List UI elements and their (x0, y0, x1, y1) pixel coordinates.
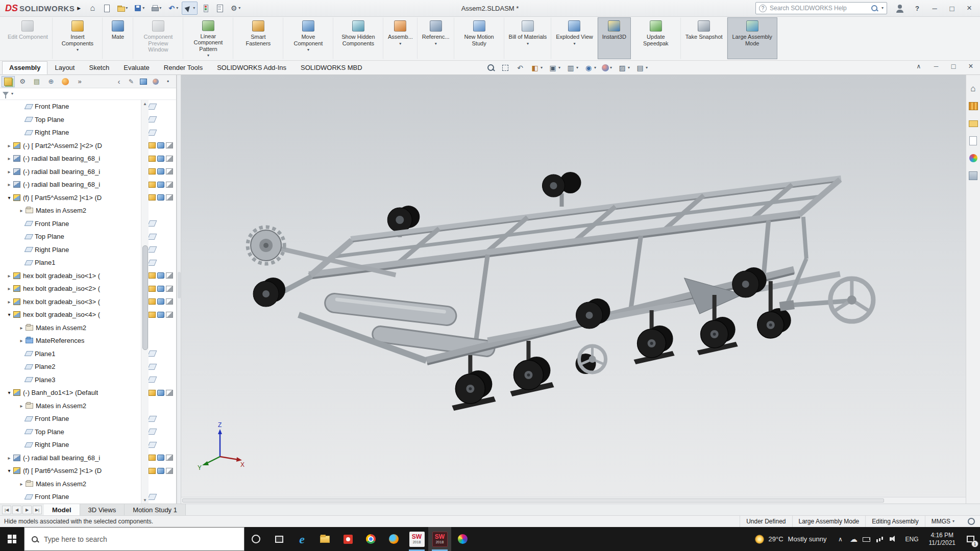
tree-row-label-zone[interactable]: Front Plane (0, 103, 141, 110)
display-mode-icon[interactable] (149, 286, 156, 292)
feature-manager-tab[interactable] (59, 76, 72, 87)
display-mode-icon[interactable] (149, 142, 156, 148)
tree-row[interactable]: hex bolt gradeab_iso<4> ( (0, 308, 176, 321)
display-mode-icon[interactable] (149, 272, 156, 279)
document-window-control[interactable] (967, 62, 975, 70)
tree-row[interactable]: Plane3 (0, 373, 176, 387)
command-manager-tab[interactable]: SOLIDWORKS Add-Ins (210, 61, 293, 74)
tree-row-label-zone[interactable]: (-) radial ball bearing_68_i (0, 168, 141, 176)
quick-access-button[interactable]: ▾ (100, 2, 113, 15)
display-pane-cell[interactable] (149, 286, 176, 292)
appearance-icon[interactable] (166, 455, 173, 461)
visibility-icon[interactable] (157, 142, 164, 148)
display-pane-cell[interactable] (149, 377, 176, 383)
heads-up-caret-icon[interactable]: ▾ (541, 66, 543, 70)
tree-row[interactable]: Plane2 (0, 360, 176, 373)
feature-manager-tab[interactable] (30, 76, 43, 87)
tree-row-label-zone[interactable]: Right Plane (0, 129, 141, 136)
dropdown-caret-icon[interactable]: ▾ (238, 6, 240, 10)
tree-row[interactable]: hex bolt gradeab_iso<1> ( (0, 269, 176, 283)
display-pane-cell[interactable] (149, 260, 176, 266)
tree-row-label-zone[interactable]: (f) [ Part5^Assem2 ]<1> (D (0, 194, 141, 202)
heads-up-tool-button[interactable]: ▾ (601, 62, 613, 74)
view-tab[interactable]: Motion Study 1 (125, 504, 186, 515)
visibility-icon[interactable] (157, 390, 164, 396)
tree-row[interactable]: (-) radial ball bearing_68_i (0, 165, 176, 179)
taskbar-app-button[interactable]: SW 2018 (405, 527, 428, 551)
appearance-icon[interactable] (166, 298, 173, 305)
tab-nav-button[interactable] (22, 506, 32, 514)
task-pane-icon[interactable] (968, 135, 979, 146)
taskbar-app-button[interactable] (382, 527, 405, 551)
feature-manager-tab[interactable] (44, 76, 58, 87)
hidden-icons-chevron-icon[interactable] (834, 527, 847, 551)
display-mode-icon[interactable] (148, 364, 157, 370)
ribbon-button[interactable]: Mate ▾ (103, 17, 133, 59)
network-icon[interactable] (873, 527, 887, 551)
expand-arrow-icon[interactable] (17, 338, 26, 343)
display-pane-cell[interactable] (149, 272, 176, 279)
tree-row[interactable]: Mates in Assem2 (0, 204, 176, 217)
display-mode-icon[interactable] (148, 377, 157, 383)
tree-row-label-zone[interactable]: (f) [ Part6^Assem2 ]<1> (D (0, 467, 141, 474)
battery-icon[interactable] (860, 527, 873, 551)
tree-row-label-zone[interactable]: Top Plane (0, 428, 141, 436)
display-pane-cell[interactable] (149, 104, 176, 110)
display-pane-cell[interactable] (149, 156, 176, 162)
display-pane-cell[interactable] (149, 298, 176, 305)
tree-row-label-zone[interactable]: Top Plane (0, 116, 141, 123)
visibility-icon[interactable] (157, 182, 164, 188)
appearance-icon[interactable] (166, 312, 173, 318)
tree-row[interactable]: (f) [ Part5^Assem2 ]<1> (D (0, 191, 176, 205)
weather-widget[interactable]: 29°C Mostly sunny (748, 535, 834, 544)
expand-arrow-icon[interactable] (5, 312, 13, 317)
tree-row-label-zone[interactable]: (-) [ Part2^Assem2 ]<2> (D (0, 142, 141, 149)
display-pane-header-icon[interactable] (151, 77, 160, 86)
task-pane-icon[interactable] (968, 118, 979, 129)
window-control-button[interactable] (965, 4, 974, 13)
display-pane-header-icon[interactable] (139, 77, 148, 86)
assembly-model-3d[interactable] (181, 75, 966, 497)
tree-row-label-zone[interactable]: Front Plane (0, 220, 141, 228)
task-pane-icon[interactable] (968, 153, 979, 164)
display-mode-icon[interactable] (148, 260, 157, 266)
feature-tree-filter-input[interactable] (16, 90, 174, 97)
ribbon-button[interactable]: Component Preview Window ▾ (133, 17, 183, 59)
display-pane-cell[interactable] (149, 390, 176, 396)
taskbar-app-button[interactable]: SW 2018 (428, 527, 451, 551)
visibility-icon[interactable] (157, 298, 164, 305)
taskbar-app-button[interactable] (336, 527, 359, 551)
ribbon-button[interactable]: Edit Component ▾ (3, 17, 53, 59)
onedrive-icon[interactable] (847, 527, 860, 551)
dropdown-caret-icon[interactable]: ▾ (193, 6, 195, 10)
document-window-control[interactable] (915, 62, 923, 70)
appearance-icon[interactable] (166, 272, 173, 279)
command-manager-tab[interactable]: Layout (47, 61, 82, 74)
graphics-viewport[interactable]: Z X Y (181, 75, 966, 504)
visibility-icon[interactable] (157, 156, 164, 162)
display-mode-icon[interactable] (148, 104, 157, 110)
heads-up-tool-button[interactable]: ▾ (514, 62, 526, 74)
quick-access-button[interactable]: ▾ (86, 2, 99, 15)
command-manager-tab[interactable]: Evaluate (116, 61, 157, 74)
tree-row[interactable]: hex bolt gradeab_iso<2> ( (0, 282, 176, 295)
tree-row-label-zone[interactable]: (-) Banh_do1<1> (Default (0, 389, 141, 396)
window-control-button[interactable] (913, 4, 922, 13)
expand-arrow-icon[interactable] (5, 299, 13, 305)
visibility-icon[interactable] (157, 468, 164, 474)
viewport-horizontal-scrollbar[interactable] (181, 497, 966, 504)
expand-arrow-icon[interactable] (17, 481, 26, 487)
solidworks-logo[interactable]: DS SOLIDWORKS ▶ (2, 3, 86, 14)
visibility-icon[interactable] (157, 168, 164, 174)
appearance-icon[interactable] (166, 286, 173, 292)
help-search-input[interactable] (770, 5, 867, 12)
menu-expand-icon[interactable]: ▶ (77, 6, 81, 11)
dropdown-caret-icon[interactable]: ▾ (176, 6, 178, 10)
display-mode-icon[interactable] (149, 156, 156, 162)
display-mode-icon[interactable] (148, 130, 157, 136)
window-control-button[interactable] (895, 4, 904, 13)
volume-icon[interactable] (887, 527, 900, 551)
ribbon-button[interactable]: Show Hidden Components ▾ (333, 17, 383, 59)
tree-row-label-zone[interactable]: Top Plane (0, 233, 141, 240)
filter-funnel-icon[interactable] (3, 92, 9, 96)
